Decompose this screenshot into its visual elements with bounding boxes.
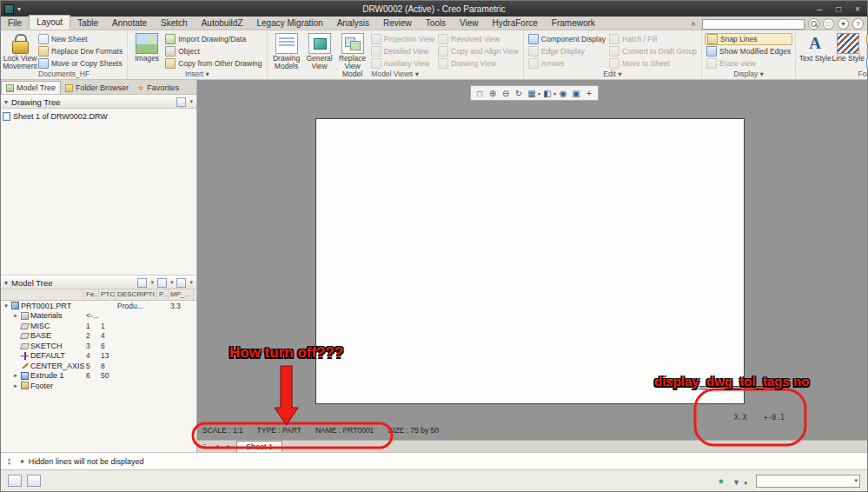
model-tree-settings-icon[interactable]	[157, 278, 167, 288]
general-view-button[interactable]: General View	[303, 32, 336, 70]
drawing-tree-collapse-icon[interactable]: ▾	[4, 98, 8, 106]
edge-display-button[interactable]: Edge Display	[527, 45, 607, 57]
drawing-models-button[interactable]: Drawing Models	[270, 32, 303, 70]
hatch-fill-button[interactable]: Hatch / Fill	[607, 33, 699, 45]
lock-view-movement-button[interactable]: Lock View Movement	[3, 32, 36, 70]
drawing-tree-settings-caret-icon[interactable]: ▾	[189, 98, 193, 105]
component-display-button[interactable]: Component Display	[527, 33, 607, 45]
quick-access-caret-icon[interactable]: ▾	[17, 5, 21, 13]
model-tree-collapse-icon[interactable]: ▾	[4, 279, 8, 287]
tab-legacy-migration[interactable]: Legacy Migration	[250, 17, 330, 30]
display-style-icon[interactable]: ▦	[526, 87, 538, 99]
tree-row-footer[interactable]: ▸Footer	[1, 381, 196, 391]
replace-drw-formats-button[interactable]: Replace Drw Formats	[36, 45, 124, 57]
datum-display-caret-icon[interactable]: ▾	[553, 90, 556, 96]
model-tree-filter-caret-icon[interactable]: ▾	[150, 279, 154, 286]
drawing-view-button[interactable]: Drawing View	[436, 57, 520, 70]
options-caret-icon[interactable]: ▾	[838, 18, 849, 30]
tree-row-center-axis[interactable]: CENTER_AXIS 58	[1, 361, 196, 371]
column-header-fe[interactable]: Fe...	[84, 289, 99, 300]
expander-icon[interactable]: ▸	[12, 382, 19, 389]
filter-icon[interactable]: ▼	[732, 478, 740, 487]
tab-model-tree[interactable]: Model Tree	[1, 81, 61, 94]
group-label-edit[interactable]: Edit ▾	[524, 70, 701, 79]
tab-file[interactable]: File	[1, 17, 29, 30]
auxiliary-view-button[interactable]: Auxiliary View	[369, 57, 436, 70]
search-icon[interactable]	[808, 18, 819, 30]
tab-table[interactable]: Table	[70, 17, 105, 30]
revolved-view-button[interactable]: Revolved View	[436, 33, 520, 45]
repeat-last-format-button[interactable]: Repeat Last Format	[865, 33, 868, 45]
detailed-view-button[interactable]: Detailed View	[369, 45, 436, 57]
window-options-icon[interactable]: □	[823, 18, 834, 30]
arrows-button[interactable]: Arrows	[527, 57, 607, 70]
tab-review[interactable]: Review	[376, 17, 419, 30]
move-to-sheet-button[interactable]: Move to Sheet	[607, 57, 699, 70]
tree-row-misc[interactable]: MISC 11	[1, 321, 196, 331]
maximize-button[interactable]: □	[829, 2, 848, 17]
toggle-navigator-icon[interactable]	[8, 475, 22, 487]
tab-sketch[interactable]: Sketch	[154, 17, 195, 30]
hyperlink-button[interactable]: Hyperlink	[865, 45, 868, 57]
column-header-p[interactable]: P...	[157, 289, 169, 300]
datum-display-icon[interactable]: ◧	[541, 87, 553, 99]
tree-row-sketch[interactable]: SKETCH 36	[1, 341, 196, 351]
import-drawing-data-button[interactable]: Import Drawing/Data	[163, 33, 263, 45]
text-style-button[interactable]: A Text Style	[798, 32, 832, 63]
erase-view-button[interactable]: Erase view	[705, 57, 792, 70]
move-or-copy-sheets-button[interactable]: Move or Copy Sheets	[36, 57, 124, 70]
zoom-in-icon[interactable]: ⊕	[487, 87, 499, 99]
line-style-button[interactable]: Line Style	[832, 32, 865, 63]
switch-dimensions-button[interactable]: Switch Dimensions	[865, 57, 868, 70]
model-tree-header[interactable]: ▾ Model Tree ▾ ▾ ▾	[1, 276, 196, 289]
toggle-browser-icon[interactable]	[27, 475, 41, 487]
sheet-next-icon[interactable]: ▸	[224, 442, 234, 450]
selection-filter-combobox[interactable]: ▾	[756, 475, 860, 488]
drawing-tree-sheet-item[interactable]: Sheet 1 of DRW0002.DRW	[3, 111, 195, 122]
collapse-ribbon-icon[interactable]: ˄	[688, 20, 699, 29]
spin-center-icon[interactable]: +	[583, 87, 595, 99]
group-label-display[interactable]: Display ▾	[702, 70, 795, 79]
projection-view-button[interactable]: Projection View	[369, 33, 436, 45]
tab-view[interactable]: View	[453, 17, 486, 30]
group-label-format[interactable]: Format ▾	[796, 70, 868, 79]
zoom-out-icon[interactable]: ⊖	[500, 87, 512, 99]
model-tree-filter-icon[interactable]	[137, 278, 147, 288]
annotation-display-icon[interactable]: ◉	[557, 87, 569, 99]
new-sheet-button[interactable]: New Sheet	[36, 33, 124, 45]
message-scroll-down-icon[interactable]: ▾	[8, 462, 10, 466]
drawing-sheet[interactable]	[315, 118, 745, 404]
repaint-icon[interactable]: ↻	[513, 87, 525, 99]
tree-row-default[interactable]: DEFAULT 413	[1, 351, 196, 362]
filter-caret-icon[interactable]: ▾	[744, 480, 747, 486]
column-header-ptc[interactable]: PTC...	[99, 289, 116, 300]
model-tree-settings-caret-icon[interactable]: ▾	[170, 279, 174, 286]
model-tree-columns-icon[interactable]	[176, 278, 186, 288]
group-label-model-views[interactable]: Model Views ▾	[268, 70, 523, 79]
snap-lines-button[interactable]: Snap Lines	[705, 33, 792, 45]
sheet-list-icon[interactable]: ≡	[200, 442, 209, 450]
tab-annotate[interactable]: Annotate	[105, 17, 154, 30]
tab-framework[interactable]: Framework	[545, 17, 602, 30]
copy-from-other-drawing-button[interactable]: Copy from Other Drawing	[163, 57, 263, 70]
sheet-prev-icon[interactable]: ◂	[212, 442, 222, 450]
refit-icon[interactable]: □	[474, 87, 486, 99]
tab-favorites[interactable]: ★Favorites	[133, 82, 183, 94]
tree-row-materials[interactable]: ▸Materials <-...	[1, 311, 196, 322]
tree-row-base[interactable]: BASE 24	[1, 331, 196, 342]
column-header-description[interactable]: DESCRIPTI...	[116, 289, 157, 300]
tree-row-extrude[interactable]: ▸Extrude 1 650	[1, 371, 196, 382]
tab-layout[interactable]: Layout	[29, 15, 70, 30]
minimize-button[interactable]: –	[810, 2, 829, 17]
tree-row-part[interactable]: ▾PRT0001.PRT Produ...3.3	[1, 301, 196, 311]
expander-icon[interactable]: ▸	[12, 372, 19, 379]
drawing-tree-header[interactable]: ▾ Drawing Tree ▾	[1, 95, 196, 109]
column-header-mp[interactable]: MP_...	[169, 289, 194, 300]
tab-autobuildz[interactable]: AutobuildZ	[195, 17, 250, 30]
command-search-input[interactable]	[702, 19, 805, 30]
expander-icon[interactable]: ▸	[12, 312, 19, 319]
show-modified-edges-button[interactable]: Show Modified Edges	[705, 45, 792, 57]
tab-tools[interactable]: Tools	[419, 17, 453, 30]
group-label-insert[interactable]: Insert ▾	[128, 70, 266, 79]
object-button[interactable]: Object	[163, 45, 263, 57]
